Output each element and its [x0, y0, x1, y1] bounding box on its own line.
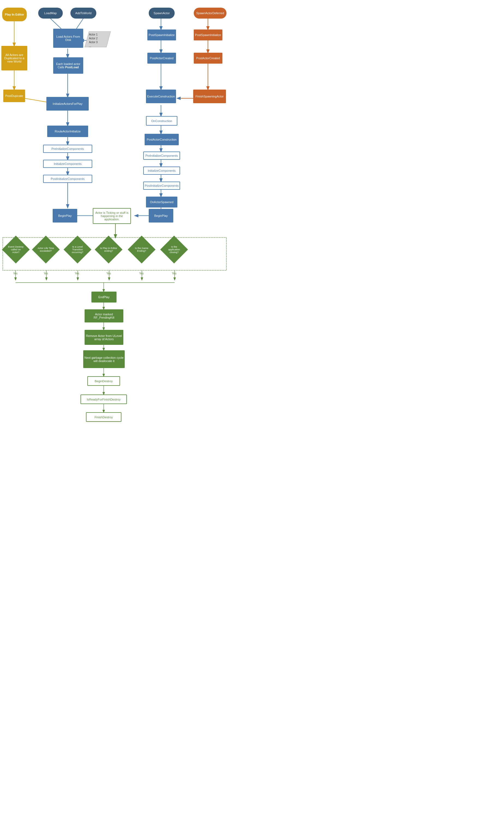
level-transition-diamond: Is a Level Transition occurring?	[64, 236, 92, 264]
post-actor-created-blue-node: PostActorCreated	[147, 53, 176, 64]
on-construction-node: OnConstruction	[146, 116, 177, 126]
yes-label-5: Yes	[139, 272, 143, 275]
post-init-components-right-node: PostInitializeComponents	[143, 182, 180, 190]
finish-spawning-actor-node: FinishSpawningActor	[193, 90, 226, 103]
actor-list-node: Actor 1Actor 2Actor 3...	[85, 31, 111, 47]
spawn-actor-deferred-node: SpawnActorDeferred	[194, 8, 227, 19]
yes-label-6: Yes	[172, 272, 176, 275]
all-actors-duplicated-node: All Actors are Duplicated to a new World	[1, 46, 27, 71]
execute-construction-node: ExecuteConstruction	[146, 90, 176, 103]
begin-play-left-node: BeginPlay	[53, 209, 77, 222]
pre-init-components-right-node: PreInitializeComponents	[143, 151, 180, 160]
actor-ticking-node: Actor is Ticking or stuff is happening i…	[93, 208, 131, 224]
load-map-node: LoadMap	[38, 8, 63, 19]
on-actor-spawned-node: OnActorSpawned	[146, 197, 177, 207]
add-to-world-node: AddToWorld	[71, 8, 96, 19]
finish-destroy-node: FinishDestroy	[86, 412, 121, 422]
is-ready-for-finish-destroy-node: IsReadyForFinishDestroy	[81, 395, 127, 404]
actor-marked-node: Actor marked RF_PendingKill	[85, 309, 123, 322]
diagram: Play In Editor LoadMap AddToWorld SpawnA…	[0, 0, 231, 824]
begin-destroy-node: BeginDestroy	[87, 376, 120, 386]
init-components-left-node: InitializeComponents	[43, 160, 92, 168]
play-in-editor-ending-diamond: Is Play in Editor ending?	[95, 236, 123, 264]
yes-label-1: Yes	[13, 272, 17, 275]
begin-play-right-node: BeginPlay	[149, 209, 173, 222]
post-spawn-initialize-orange-node: PostSpawnInitialize	[194, 29, 222, 40]
post-init-components-left-node: PostInitializeComponents	[43, 175, 92, 183]
load-actors-from-disk-node: Load Actors From Disk	[53, 29, 83, 48]
event-destroy-diamond: Event Destroy called on Actor?	[2, 236, 30, 264]
route-actor-initialize-node: RouteActorInitialize	[47, 126, 88, 137]
post-actor-construction-node: PostActorConstruction	[145, 134, 179, 145]
app-closing-diamond: Is the application closing?	[160, 236, 188, 264]
each-loaded-actor-node: Each loaded actor Calls PostLoad	[53, 57, 83, 74]
actor-life-time-diamond: Actor Life Time exceeded?	[32, 236, 60, 264]
pre-init-components-left-node: PreInitializeComponents	[43, 145, 92, 153]
post-spawn-initialize-blue-node: PostSpawnInitialize	[147, 29, 176, 40]
post-duplicate-node: PostDupicate	[3, 90, 25, 102]
init-components-right-node: InitializeComponents	[143, 167, 180, 175]
next-garbage-node: Next garbage collection cycle will deall…	[83, 350, 125, 368]
post-actor-created-orange-node: PostActorCreated	[194, 53, 222, 64]
yes-label-2: Yes	[44, 272, 48, 275]
remove-actor-node: Remove Actor from ULevel array of Actors	[85, 330, 123, 345]
spawn-actor-node: SpawnActor	[149, 8, 175, 19]
play-in-editor-node: Play In Editor	[2, 8, 27, 21]
initialize-actors-for-play-node: InitializeActorsForPlay	[46, 97, 89, 111]
game-ending-diamond: Is the Game Ending?	[128, 236, 155, 264]
yes-label-3: Yes	[75, 272, 79, 275]
yes-label-4: Yes	[106, 272, 111, 275]
end-play-node: EndPlay	[92, 292, 117, 303]
